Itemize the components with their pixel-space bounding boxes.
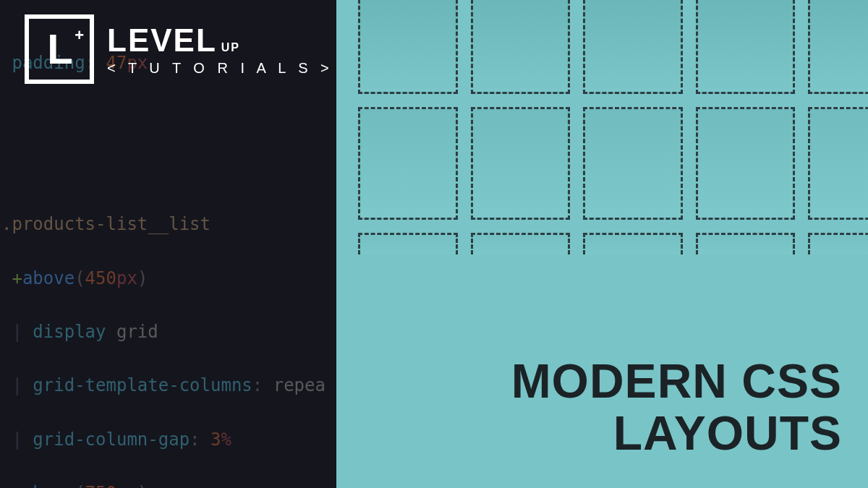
code-token: 450 <box>85 268 116 288</box>
code-token: grid-template-columns <box>33 375 252 395</box>
grid-cell <box>808 107 868 220</box>
logo-wordmark: LEVEL UP < T U T O R I A L S > <box>107 22 333 77</box>
grid-cell <box>471 0 571 94</box>
grid-cell <box>696 107 796 220</box>
grid-cell <box>358 233 458 254</box>
course-title: MODERN CSS LAYOUTS <box>511 356 842 459</box>
code-token: ) <box>137 483 148 488</box>
code-token: ) <box>137 268 148 288</box>
grid-cell <box>583 107 683 220</box>
code-token: + <box>12 268 22 288</box>
logo-word-up: UP <box>221 41 240 54</box>
grid-cell <box>358 0 458 94</box>
code-token: grid <box>116 322 158 342</box>
code-token: % <box>221 429 231 450</box>
grid-cell <box>471 107 571 220</box>
logo-mark: L + <box>25 14 94 84</box>
grid-cell <box>471 233 571 254</box>
title-line-2: LAYOUTS <box>511 408 842 459</box>
grid-cell <box>358 107 458 220</box>
code-token: px <box>116 268 137 288</box>
title-line-1: MODERN CSS <box>511 356 842 407</box>
promo-card: padding: 47px .products-list__list +abov… <box>0 0 868 488</box>
code-token: grid-column-gap <box>33 429 190 450</box>
grid-cell <box>583 233 683 254</box>
left-panel: padding: 47px .products-list__list +abov… <box>0 0 336 488</box>
code-token: repea <box>273 375 326 395</box>
code-token: 3 <box>210 429 221 450</box>
grid-cell <box>808 0 868 94</box>
code-token: 750 <box>85 483 116 488</box>
logo-plus-icon: + <box>75 26 84 45</box>
right-panel: MODERN CSS LAYOUTS <box>336 0 868 488</box>
code-selector: .products-list__list <box>1 214 210 234</box>
brand-logo: L + LEVEL UP < T U T O R I A L S > <box>25 14 333 84</box>
code-background: padding: 47px .products-list__list +abov… <box>0 23 336 488</box>
code-token: above <box>22 483 75 488</box>
logo-letter: L <box>47 28 71 70</box>
code-token: ( <box>75 268 85 288</box>
grid-cell <box>583 0 683 94</box>
grid-row <box>358 107 868 220</box>
logo-word-level: LEVEL <box>107 22 217 59</box>
grid-cell <box>696 233 796 254</box>
grid-cell <box>696 0 796 94</box>
code-token: px <box>116 483 137 488</box>
code-token: above <box>22 268 75 288</box>
grid-cell <box>808 233 868 254</box>
code-token: + <box>12 483 22 488</box>
grid-row <box>358 233 868 254</box>
code-token: ( <box>75 483 85 488</box>
logo-word-tutorials: < T U T O R I A L S > <box>107 60 333 77</box>
grid-illustration <box>358 0 868 254</box>
grid-row <box>358 0 868 94</box>
code-token: display <box>33 322 106 342</box>
